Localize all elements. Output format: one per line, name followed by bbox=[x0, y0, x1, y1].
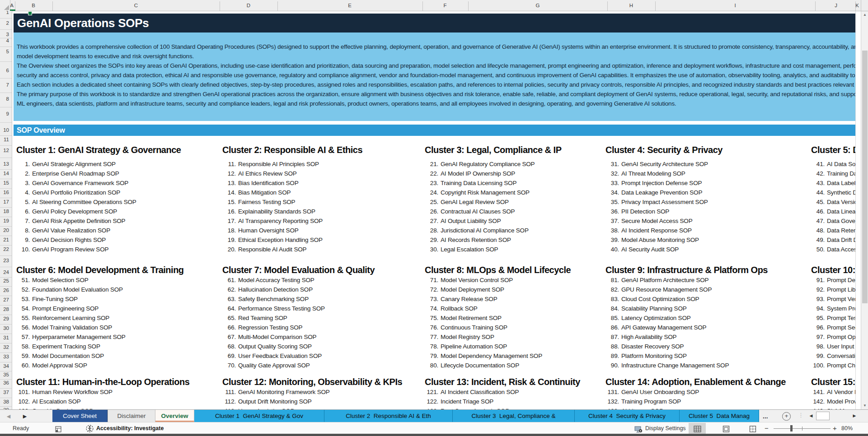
sop-item-cell[interactable]: 50.Data Access Control SOP bbox=[811, 245, 855, 254]
sop-item-cell[interactable]: 63.Safety Benchmarking SOP bbox=[222, 294, 422, 304]
sop-item-cell[interactable]: 64.Performance Stress Testing SOP bbox=[222, 304, 422, 313]
column-header-I[interactable]: I bbox=[729, 0, 741, 11]
sop-item-cell[interactable]: 81.GenAI Platform Architecture SOP bbox=[605, 275, 809, 285]
workbook-title-cell[interactable]: GenAI Operations SOPs bbox=[14, 14, 855, 32]
sop-item-cell[interactable]: 56.Model Training Validation SOP bbox=[16, 323, 220, 332]
cluster-title[interactable]: Cluster 1: GenAI Strategy & Governance bbox=[16, 144, 181, 156]
sop-item-cell[interactable]: 10.GenAI Program Review SOP bbox=[16, 245, 220, 254]
row-header-16[interactable]: 16 bbox=[0, 189, 9, 196]
scroll-up-icon[interactable]: ▲ bbox=[861, 11, 868, 19]
sop-item-cell[interactable]: 141.AI Vendor Evaluation SOP bbox=[811, 387, 855, 397]
row-header-8[interactable]: 8 bbox=[0, 95, 9, 102]
sheet-tab-overview[interactable]: Overview bbox=[155, 410, 194, 422]
row-header-36[interactable]: 36 bbox=[0, 379, 9, 386]
sop-item-cell[interactable]: 99.Conversation State Management SOP bbox=[811, 351, 855, 361]
row-header-29[interactable]: 29 bbox=[0, 315, 9, 322]
sop-item-cell[interactable]: 68.Output Quality Scoring SOP bbox=[222, 342, 422, 351]
row-header-30[interactable]: 30 bbox=[0, 325, 9, 332]
sop-item-cell[interactable]: 93.Prompt Versioning SOP bbox=[811, 294, 855, 304]
column-header-K[interactable]: K bbox=[851, 0, 861, 11]
sop-item-cell[interactable]: 90.Infrastructure Change Management SOP bbox=[605, 361, 809, 370]
sop-item-cell[interactable]: 98.User Input Validation SOP bbox=[811, 342, 855, 351]
row-header-2[interactable]: 2 bbox=[0, 19, 9, 27]
sop-item-cell[interactable]: 45.Data Versioning SOP bbox=[811, 197, 855, 207]
row-header-10[interactable]: 10 bbox=[0, 126, 9, 134]
cluster-title[interactable]: Cluster 5: Data Management & Quality bbox=[811, 144, 855, 156]
sop-item-cell[interactable]: 31.GenAI Security Architecture SOP bbox=[605, 159, 809, 169]
sheet-tab-cluster-1-genai-strategy-gov[interactable]: Cluster 1 GenAI Strategy & Gov bbox=[194, 410, 324, 422]
sop-item-cell[interactable]: 85.Latency Optimization SOP bbox=[605, 313, 809, 323]
sop-item-cell[interactable]: 49.Data Drift Detection SOP bbox=[811, 235, 855, 245]
sop-item-cell[interactable]: 26.Contractual AI Clauses SOP bbox=[425, 207, 604, 216]
sop-item-cell[interactable]: 92.Prompt Library Management SOP bbox=[811, 285, 855, 294]
zoom-in-icon[interactable]: + bbox=[833, 422, 837, 434]
row-header-38[interactable]: 38 bbox=[0, 398, 9, 405]
sheet-tab-cover-sheet[interactable]: Cover Sheet bbox=[52, 410, 108, 422]
row-header-13[interactable]: 13 bbox=[0, 160, 9, 167]
column-header-C[interactable]: C bbox=[130, 0, 142, 11]
accessibility-status[interactable]: Accessibility: Investigate bbox=[96, 422, 164, 434]
sop-item-cell[interactable]: 72.Model Deployment SOP bbox=[425, 285, 604, 294]
sop-item-cell[interactable]: 21.GenAI Regulatory Compliance SOP bbox=[425, 159, 604, 169]
sop-item-cell[interactable]: 62.Hallucination Detection SOP bbox=[222, 285, 422, 294]
sop-item-cell[interactable]: 14.Bias Mitigation SOP bbox=[222, 188, 422, 197]
sop-item-cell[interactable]: 44.Synthetic Data Generation SOP bbox=[811, 188, 855, 197]
sop-item-cell[interactable]: 17.AI Transparency Reporting SOP bbox=[222, 216, 422, 226]
sop-item-cell[interactable]: 113.Usage Analytics SOP bbox=[222, 406, 422, 409]
cluster-title[interactable]: Cluster 2: Responsible AI & Ethics bbox=[222, 144, 362, 156]
cluster-title[interactable]: Cluster 12: Monitoring, Observability & … bbox=[222, 376, 402, 388]
sop-item-cell[interactable]: 24.Copyright Risk Management SOP bbox=[425, 188, 604, 197]
sop-item-cell[interactable]: 91.Prompt Design Standards SOP bbox=[811, 275, 855, 285]
hscroll-right-icon[interactable]: ▶ bbox=[850, 412, 859, 420]
sop-item-cell[interactable]: 27.AI Output Liability SOP bbox=[425, 216, 604, 226]
sop-item-cell[interactable]: 88.Disaster Recovery SOP bbox=[605, 342, 809, 351]
row-header-1[interactable]: 1 bbox=[0, 11, 9, 16]
sheet-tab-cluster-5-data-manag[interactable]: Cluster 5 Data Manag bbox=[680, 410, 759, 422]
cluster-title[interactable]: Cluster 6: Model Development & Training bbox=[16, 264, 184, 276]
row-header-7[interactable]: 7 bbox=[0, 81, 9, 88]
sop-item-cell[interactable]: 75.Model Retirement SOP bbox=[425, 313, 604, 323]
sop-item-cell[interactable]: 35.Privacy Impact Assessment SOP bbox=[605, 197, 809, 207]
column-header-D[interactable]: D bbox=[243, 0, 254, 11]
sop-item-cell[interactable]: 65.Red Teaming SOP bbox=[222, 313, 422, 323]
sop-item-cell[interactable]: 78.Pipeline Automation SOP bbox=[425, 342, 604, 351]
row-header-35[interactable]: 35 bbox=[0, 371, 9, 378]
sop-item-cell[interactable]: 40.AI Security Audit SOP bbox=[605, 245, 809, 254]
hscroll-left-icon[interactable]: ◀ bbox=[807, 412, 815, 420]
sop-item-cell[interactable]: 112.Output Drift Monitoring SOP bbox=[222, 397, 422, 406]
sop-item-cell[interactable]: 83.Cloud Cost Optimization SOP bbox=[605, 294, 809, 304]
sop-item-cell[interactable]: 15.Fairness Testing SOP bbox=[222, 197, 422, 207]
sop-item-cell[interactable]: 96.Prompt Security SOP bbox=[811, 323, 855, 332]
view-page-layout-button[interactable] bbox=[718, 423, 735, 434]
sop-item-cell[interactable]: 77.Model Registry SOP bbox=[425, 332, 604, 342]
row-header-39[interactable]: 39 bbox=[0, 406, 9, 409]
sop-item-cell[interactable]: 7.GenAI Risk Appetite Definition SOP bbox=[16, 216, 220, 226]
row-header-11[interactable]: 11 bbox=[0, 136, 9, 143]
sop-item-cell[interactable]: 29.AI Records Retention SOP bbox=[425, 235, 604, 245]
row-header-31[interactable]: 31 bbox=[0, 334, 9, 341]
sheet-tab-cluster-3-legal-compliance[interactable]: Cluster 3 Legal, Compliance & bbox=[453, 410, 575, 422]
sop-item-cell[interactable]: 16.Explainability Standards SOP bbox=[222, 207, 422, 216]
sop-item-cell[interactable]: 76.Continuous Training SOP bbox=[425, 323, 604, 332]
cluster-title[interactable]: Cluster 14: Adoption, Enablement & Chang… bbox=[605, 376, 786, 388]
row-header-20[interactable]: 20 bbox=[0, 227, 9, 234]
row-header-24[interactable]: 24 bbox=[0, 269, 9, 276]
cluster-title[interactable]: Cluster 8: MLOps & Model Lifecycle bbox=[425, 264, 571, 276]
sop-item-cell[interactable]: 3.GenAI Governance Framework SOP bbox=[16, 178, 220, 188]
row-header-26[interactable]: 26 bbox=[0, 287, 9, 294]
row-header-14[interactable]: 14 bbox=[0, 170, 9, 177]
sop-item-cell[interactable]: 39.Model Abuse Monitoring SOP bbox=[605, 235, 809, 245]
sop-item-cell[interactable]: 37.Secure Model Access SOP bbox=[605, 216, 809, 226]
column-header-G[interactable]: G bbox=[532, 0, 544, 11]
workbook-description-cell[interactable]: This workbook provides a comprehensive c… bbox=[14, 32, 855, 121]
sop-item-cell[interactable]: 122.Incident Triage SOP bbox=[425, 397, 604, 406]
cluster-title[interactable]: Cluster 15: Vendor & Ecosystem Managemen… bbox=[811, 376, 855, 388]
sop-item-cell[interactable]: 48.Data Retention SOP bbox=[811, 226, 855, 235]
column-header-B[interactable]: B bbox=[28, 0, 39, 11]
sop-item-cell[interactable]: 71.Model Version Control SOP bbox=[425, 275, 604, 285]
row-header-25[interactable]: 25 bbox=[0, 277, 9, 284]
sop-item-cell[interactable]: 84.Scalability Planning SOP bbox=[605, 304, 809, 313]
row-header-23[interactable]: 23 bbox=[0, 257, 9, 264]
sop-item-cell[interactable]: 67.Multi-Model Comparison SOP bbox=[222, 332, 422, 342]
sop-item-cell[interactable]: 80.Lifecycle Documentation SOP bbox=[425, 361, 604, 370]
